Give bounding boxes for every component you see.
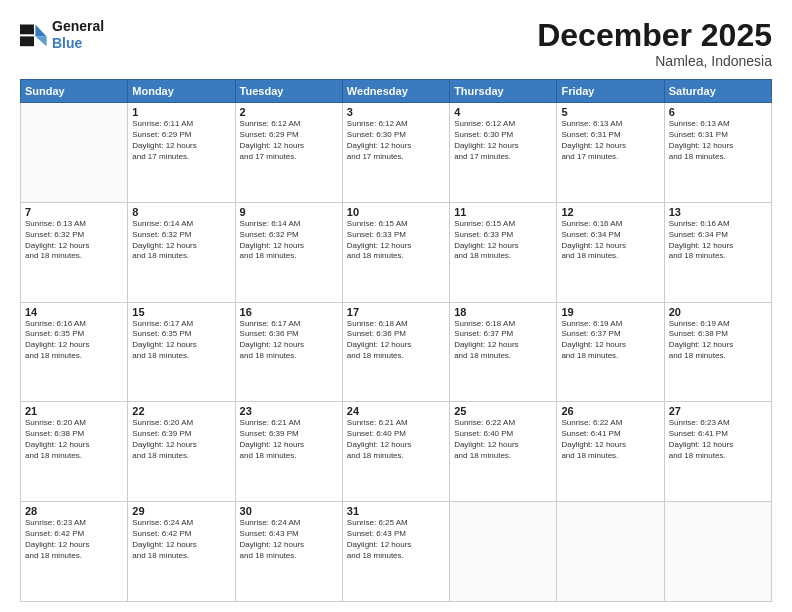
day-number: 26	[561, 405, 659, 417]
logo-icon	[20, 21, 48, 49]
day-cell: 6Sunrise: 6:13 AM Sunset: 6:31 PM Daylig…	[664, 103, 771, 203]
header: General Blue December 2025 Namlea, Indon…	[20, 18, 772, 69]
day-number: 1	[132, 106, 230, 118]
day-cell: 25Sunrise: 6:22 AM Sunset: 6:40 PM Dayli…	[450, 402, 557, 502]
day-info: Sunrise: 6:20 AM Sunset: 6:39 PM Dayligh…	[132, 418, 230, 461]
day-cell: 5Sunrise: 6:13 AM Sunset: 6:31 PM Daylig…	[557, 103, 664, 203]
day-info: Sunrise: 6:16 AM Sunset: 6:34 PM Dayligh…	[669, 219, 767, 262]
day-number: 28	[25, 505, 123, 517]
day-info: Sunrise: 6:12 AM Sunset: 6:30 PM Dayligh…	[347, 119, 445, 162]
day-number: 15	[132, 306, 230, 318]
day-number: 12	[561, 206, 659, 218]
day-cell: 23Sunrise: 6:21 AM Sunset: 6:39 PM Dayli…	[235, 402, 342, 502]
week-row-4: 21Sunrise: 6:20 AM Sunset: 6:38 PM Dayli…	[21, 402, 772, 502]
day-number: 20	[669, 306, 767, 318]
day-info: Sunrise: 6:18 AM Sunset: 6:37 PM Dayligh…	[454, 319, 552, 362]
page: General Blue December 2025 Namlea, Indon…	[0, 0, 792, 612]
col-header-saturday: Saturday	[664, 80, 771, 103]
title-block: December 2025 Namlea, Indonesia	[537, 18, 772, 69]
day-info: Sunrise: 6:17 AM Sunset: 6:35 PM Dayligh…	[132, 319, 230, 362]
day-number: 4	[454, 106, 552, 118]
day-cell: 14Sunrise: 6:16 AM Sunset: 6:35 PM Dayli…	[21, 302, 128, 402]
col-header-monday: Monday	[128, 80, 235, 103]
day-cell: 12Sunrise: 6:16 AM Sunset: 6:34 PM Dayli…	[557, 202, 664, 302]
day-info: Sunrise: 6:13 AM Sunset: 6:31 PM Dayligh…	[561, 119, 659, 162]
day-number: 18	[454, 306, 552, 318]
svg-rect-3	[20, 24, 34, 34]
day-number: 10	[347, 206, 445, 218]
day-number: 8	[132, 206, 230, 218]
day-info: Sunrise: 6:25 AM Sunset: 6:43 PM Dayligh…	[347, 518, 445, 561]
day-number: 14	[25, 306, 123, 318]
day-cell: 31Sunrise: 6:25 AM Sunset: 6:43 PM Dayli…	[342, 502, 449, 602]
day-cell: 17Sunrise: 6:18 AM Sunset: 6:36 PM Dayli…	[342, 302, 449, 402]
col-header-wednesday: Wednesday	[342, 80, 449, 103]
day-number: 19	[561, 306, 659, 318]
day-cell: 18Sunrise: 6:18 AM Sunset: 6:37 PM Dayli…	[450, 302, 557, 402]
day-cell: 11Sunrise: 6:15 AM Sunset: 6:33 PM Dayli…	[450, 202, 557, 302]
day-number: 16	[240, 306, 338, 318]
day-number: 22	[132, 405, 230, 417]
day-cell: 24Sunrise: 6:21 AM Sunset: 6:40 PM Dayli…	[342, 402, 449, 502]
day-number: 13	[669, 206, 767, 218]
month-title: December 2025	[537, 18, 772, 53]
day-number: 11	[454, 206, 552, 218]
day-number: 7	[25, 206, 123, 218]
week-row-1: 1Sunrise: 6:11 AM Sunset: 6:29 PM Daylig…	[21, 103, 772, 203]
day-cell: 10Sunrise: 6:15 AM Sunset: 6:33 PM Dayli…	[342, 202, 449, 302]
day-cell	[21, 103, 128, 203]
week-row-3: 14Sunrise: 6:16 AM Sunset: 6:35 PM Dayli…	[21, 302, 772, 402]
day-cell: 9Sunrise: 6:14 AM Sunset: 6:32 PM Daylig…	[235, 202, 342, 302]
day-info: Sunrise: 6:22 AM Sunset: 6:40 PM Dayligh…	[454, 418, 552, 461]
day-info: Sunrise: 6:15 AM Sunset: 6:33 PM Dayligh…	[454, 219, 552, 262]
col-header-friday: Friday	[557, 80, 664, 103]
day-number: 31	[347, 505, 445, 517]
day-number: 30	[240, 505, 338, 517]
day-number: 24	[347, 405, 445, 417]
day-cell: 26Sunrise: 6:22 AM Sunset: 6:41 PM Dayli…	[557, 402, 664, 502]
day-cell: 22Sunrise: 6:20 AM Sunset: 6:39 PM Dayli…	[128, 402, 235, 502]
col-header-sunday: Sunday	[21, 80, 128, 103]
day-number: 5	[561, 106, 659, 118]
day-cell: 7Sunrise: 6:13 AM Sunset: 6:32 PM Daylig…	[21, 202, 128, 302]
day-cell: 13Sunrise: 6:16 AM Sunset: 6:34 PM Dayli…	[664, 202, 771, 302]
day-cell: 28Sunrise: 6:23 AM Sunset: 6:42 PM Dayli…	[21, 502, 128, 602]
day-info: Sunrise: 6:16 AM Sunset: 6:34 PM Dayligh…	[561, 219, 659, 262]
day-info: Sunrise: 6:11 AM Sunset: 6:29 PM Dayligh…	[132, 119, 230, 162]
day-cell: 4Sunrise: 6:12 AM Sunset: 6:30 PM Daylig…	[450, 103, 557, 203]
day-info: Sunrise: 6:13 AM Sunset: 6:32 PM Dayligh…	[25, 219, 123, 262]
day-cell: 1Sunrise: 6:11 AM Sunset: 6:29 PM Daylig…	[128, 103, 235, 203]
logo: General Blue	[20, 18, 104, 52]
calendar-table: SundayMondayTuesdayWednesdayThursdayFrid…	[20, 79, 772, 602]
day-cell	[557, 502, 664, 602]
logo-line2: Blue	[52, 35, 104, 52]
logo-text: General Blue	[52, 18, 104, 52]
day-info: Sunrise: 6:24 AM Sunset: 6:43 PM Dayligh…	[240, 518, 338, 561]
col-header-thursday: Thursday	[450, 80, 557, 103]
day-info: Sunrise: 6:16 AM Sunset: 6:35 PM Dayligh…	[25, 319, 123, 362]
day-info: Sunrise: 6:21 AM Sunset: 6:39 PM Dayligh…	[240, 418, 338, 461]
week-row-2: 7Sunrise: 6:13 AM Sunset: 6:32 PM Daylig…	[21, 202, 772, 302]
day-number: 29	[132, 505, 230, 517]
day-cell: 16Sunrise: 6:17 AM Sunset: 6:36 PM Dayli…	[235, 302, 342, 402]
day-info: Sunrise: 6:12 AM Sunset: 6:30 PM Dayligh…	[454, 119, 552, 162]
day-info: Sunrise: 6:18 AM Sunset: 6:36 PM Dayligh…	[347, 319, 445, 362]
day-info: Sunrise: 6:14 AM Sunset: 6:32 PM Dayligh…	[132, 219, 230, 262]
day-cell: 21Sunrise: 6:20 AM Sunset: 6:38 PM Dayli…	[21, 402, 128, 502]
day-cell: 19Sunrise: 6:19 AM Sunset: 6:37 PM Dayli…	[557, 302, 664, 402]
col-header-tuesday: Tuesday	[235, 80, 342, 103]
day-number: 9	[240, 206, 338, 218]
day-cell: 3Sunrise: 6:12 AM Sunset: 6:30 PM Daylig…	[342, 103, 449, 203]
day-info: Sunrise: 6:17 AM Sunset: 6:36 PM Dayligh…	[240, 319, 338, 362]
day-info: Sunrise: 6:20 AM Sunset: 6:38 PM Dayligh…	[25, 418, 123, 461]
day-number: 2	[240, 106, 338, 118]
day-cell	[450, 502, 557, 602]
location-subtitle: Namlea, Indonesia	[537, 53, 772, 69]
day-cell: 2Sunrise: 6:12 AM Sunset: 6:29 PM Daylig…	[235, 103, 342, 203]
week-row-5: 28Sunrise: 6:23 AM Sunset: 6:42 PM Dayli…	[21, 502, 772, 602]
day-number: 3	[347, 106, 445, 118]
svg-rect-4	[20, 36, 34, 46]
day-info: Sunrise: 6:24 AM Sunset: 6:42 PM Dayligh…	[132, 518, 230, 561]
day-cell: 30Sunrise: 6:24 AM Sunset: 6:43 PM Dayli…	[235, 502, 342, 602]
day-cell	[664, 502, 771, 602]
